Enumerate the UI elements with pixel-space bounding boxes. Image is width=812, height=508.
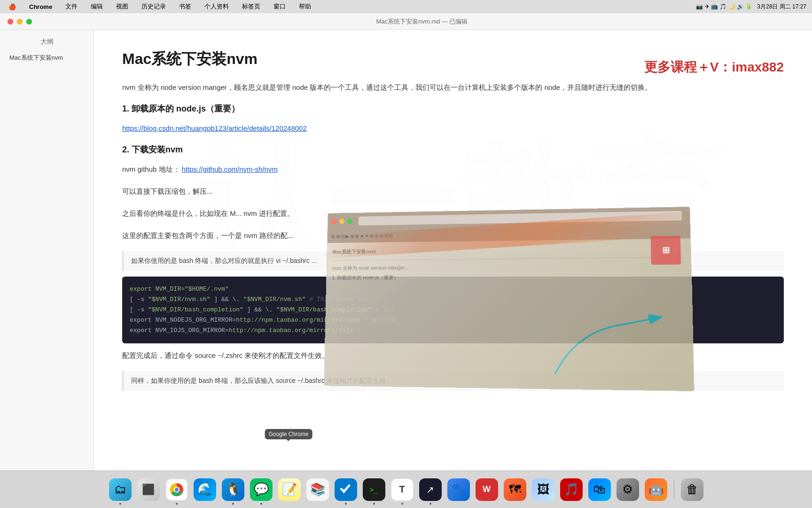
wechat-dot xyxy=(260,503,262,505)
menu-help[interactable]: 帮助 xyxy=(296,1,314,12)
dock-netease[interactable]: 🎵 xyxy=(559,477,584,502)
wps-icon: W xyxy=(476,478,498,501)
screenshot-inner: ⚙ ⊞ ⊟ ▶ ⊕ ⊗ ★ ✦ ⊛ ⊜ ⊝ ⊞ ⊟ Mac系统下安装nvm nv… xyxy=(324,207,694,391)
dock-terminal[interactable]: >_ xyxy=(362,477,386,502)
menubar-icons: 📷 ✈ 📺 🎵 🌙 🔊 🔋 xyxy=(696,3,752,10)
chrome-icon xyxy=(165,478,188,501)
system-icon: ⚙ xyxy=(617,478,639,501)
dock-cursor[interactable]: ↗ xyxy=(418,477,443,502)
dock-qq[interactable]: 🐧 xyxy=(221,477,245,502)
section2-para1: 可以直接下载压缩包，解压... xyxy=(122,185,784,198)
dock-books[interactable]: 📚 xyxy=(305,477,330,502)
typora-dot xyxy=(401,503,403,505)
menu-view[interactable]: 视图 xyxy=(113,1,131,12)
launchpad-icon: ⬛ xyxy=(137,478,160,501)
section1-link[interactable]: https://blog.csdn.net/huangpb123/article… xyxy=(122,124,307,132)
dock-appstore[interactable]: 🛍 xyxy=(587,477,612,502)
finder-icon: 🗂 xyxy=(109,478,132,501)
github-link[interactable]: https://github.com/nvm-sh/nvm xyxy=(182,165,278,173)
netease-icon: 🎵 xyxy=(560,478,583,501)
svg-point-5 xyxy=(175,488,179,492)
menubar: 🍎 Chrome 文件 编辑 视图 历史记录 书签 个人资料 标签页 窗口 帮助… xyxy=(0,0,812,13)
section2-title: 2. 下载安装nvm xyxy=(122,144,784,155)
close-button[interactable] xyxy=(8,19,13,24)
minimize-button[interactable] xyxy=(17,19,23,24)
menu-window[interactable]: 窗口 xyxy=(271,1,289,12)
dock-wps[interactable]: W xyxy=(475,477,499,502)
titlebar: Mac系统下安装nvm.md — 已编辑 xyxy=(0,13,812,30)
document-area[interactable]: 认一教育 更多课程＋V：imax882 Mac系统下安装nvm nvm 全称为 … xyxy=(94,30,812,470)
vscode-dot xyxy=(345,503,347,505)
menu-history[interactable]: 历史记录 xyxy=(139,1,169,12)
mindmap-icon: 🗺 xyxy=(504,478,526,501)
vscode-icon xyxy=(335,478,357,501)
promo-text: 更多课程＋V：imax882 xyxy=(644,58,784,76)
finder-dot xyxy=(119,503,121,505)
section1-title: 1. 卸载原本的 node.js（重要） xyxy=(122,103,784,114)
dock-launchpad[interactable]: ⬛ xyxy=(136,477,161,502)
dock-system[interactable]: ⚙ xyxy=(616,477,640,502)
apple-menu[interactable]: 🍎 xyxy=(6,2,19,11)
app-name[interactable]: Chrome xyxy=(26,2,55,11)
maximize-button[interactable] xyxy=(26,19,32,24)
menubar-time: 3月28日 周二 17:27 xyxy=(757,3,806,11)
dock-notes[interactable]: 📝 xyxy=(277,477,302,502)
dock-typora[interactable]: T xyxy=(390,477,414,502)
outline-title: 大纲 xyxy=(6,38,88,46)
baidu-icon: 🐾 xyxy=(447,478,470,501)
screenshot-overlay: ⚙ ⊞ ⊟ ▶ ⊕ ⊗ ★ ✦ ⊛ ⊜ ⊝ ⊞ ⊟ Mac系统下安装nvm nv… xyxy=(324,206,695,391)
chrome-dot xyxy=(176,503,178,505)
dock-copilot[interactable]: 🤖 xyxy=(644,477,668,502)
cursor-icon: ↗ xyxy=(419,478,442,501)
photos-icon: 🖼 xyxy=(532,478,554,501)
window-title: Mac系统下安装nvm.md — 已编辑 xyxy=(39,17,804,26)
doc-intro: nvm 全称为 node version manger，顾名思义就是管理 nod… xyxy=(122,81,784,94)
wechat-icon: 💬 xyxy=(250,478,273,501)
menubar-right: 📷 ✈ 📺 🎵 🌙 🔊 🔋 3月28日 周二 17:27 xyxy=(696,3,806,11)
main-window: Mac系统下安装nvm.md — 已编辑 大纲 Mac系统下安装nvm 认一教育… xyxy=(0,13,812,470)
dock-trash[interactable]: 🗑 xyxy=(680,477,704,502)
dock-wechat[interactable]: 💬 xyxy=(249,477,273,502)
qq-dot xyxy=(232,503,234,505)
typora-icon: T xyxy=(391,478,414,501)
notes-icon: 📝 xyxy=(278,478,301,501)
traffic-lights xyxy=(8,19,32,24)
books-icon: 📚 xyxy=(306,478,329,501)
sidebar: 大纲 Mac系统下安装nvm xyxy=(0,30,94,470)
dock-mindmap[interactable]: 🗺 xyxy=(503,477,527,502)
cursor-dot xyxy=(429,503,431,505)
menu-bookmarks[interactable]: 书签 xyxy=(176,1,194,12)
appstore-icon: 🛍 xyxy=(588,478,611,501)
github-prefix: nvm github 地址： xyxy=(122,165,180,173)
dock-photos[interactable]: 🖼 xyxy=(531,477,555,502)
dock-separator xyxy=(674,480,674,499)
qq-icon: 🐧 xyxy=(222,478,244,501)
terminal-dot xyxy=(373,503,375,505)
menu-file[interactable]: 文件 xyxy=(62,1,80,12)
edge-icon: 🌊 xyxy=(194,478,216,501)
menu-edit[interactable]: 编辑 xyxy=(88,1,106,12)
menu-tabs[interactable]: 标签页 xyxy=(239,1,263,12)
dock-chrome[interactable] xyxy=(164,477,189,502)
copilot-icon: 🤖 xyxy=(645,478,667,501)
trash-icon: 🗑 xyxy=(681,478,703,501)
dock: Google Chrome 🗂 ⬛ xyxy=(0,470,812,508)
dock-vscode[interactable] xyxy=(334,477,358,502)
terminal-icon: >_ xyxy=(363,478,385,501)
dock-finder[interactable]: 🗂 xyxy=(108,477,133,502)
dock-edge[interactable]: 🌊 xyxy=(193,477,217,502)
sidebar-item-main[interactable]: Mac系统下安装nvm xyxy=(6,52,88,64)
menu-profile[interactable]: 个人资料 xyxy=(202,1,232,12)
content-area: 大纲 Mac系统下安装nvm 认一教育 更多课程＋V：imax882 Mac系统… xyxy=(0,30,812,470)
dock-baidu[interactable]: 🐾 xyxy=(446,477,471,502)
